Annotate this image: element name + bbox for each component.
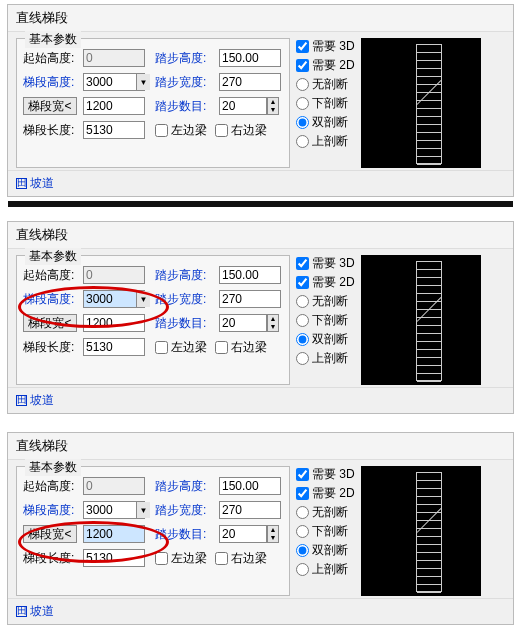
need-3d-checkbox[interactable]: 需要 3D: [296, 255, 355, 272]
left-beam-checkbox[interactable]: 左边梁: [155, 550, 207, 567]
ramp-expand-link[interactable]: 田坡道: [16, 393, 54, 407]
right-beam-checkbox[interactable]: 右边梁: [215, 339, 267, 356]
stair-preview: [361, 38, 481, 168]
need-3d-checkbox[interactable]: 需要 3D: [296, 466, 355, 483]
step-count-label: 踏步数目:: [155, 315, 215, 332]
seg-length-input[interactable]: [83, 121, 145, 139]
stair-preview: [361, 466, 481, 596]
left-beam-checkbox[interactable]: 左边梁: [155, 339, 207, 356]
view-options: 需要 3D需要 2D无剖断下剖断双剖断上剖断: [296, 466, 355, 596]
need-2d-checkbox[interactable]: 需要 2D: [296, 57, 355, 74]
step-count-input[interactable]: [219, 97, 267, 115]
cut-up-radio[interactable]: 上剖断: [296, 350, 355, 367]
view-options: 需要 3D需要 2D无剖断下剖断双剖断上剖断: [296, 255, 355, 385]
cut-none-radio[interactable]: 无剖断: [296, 504, 355, 521]
step-height-label: 踏步高度:: [155, 50, 215, 67]
group-legend: 基本参数: [25, 248, 81, 265]
seg-length-label: 梯段长度:: [23, 550, 79, 567]
start-height-label: 起始高度:: [23, 50, 79, 67]
stair-panel: 直线梯段基本参数起始高度:踏步高度:梯段高度:▼踏步宽度:梯段宽<踏步数目:▲▼…: [7, 221, 514, 414]
step-count-label: 踏步数目:: [155, 526, 215, 543]
step-width-label: 踏步宽度:: [155, 74, 215, 91]
cut-down-radio[interactable]: 下剖断: [296, 95, 355, 112]
seg-length-input[interactable]: [83, 338, 145, 356]
seg-width-input[interactable]: [83, 97, 145, 115]
right-beam-checkbox[interactable]: 右边梁: [215, 550, 267, 567]
step-width-label: 踏步宽度:: [155, 291, 215, 308]
spinner-updown-icon[interactable]: ▲▼: [267, 314, 279, 332]
seg-length-label: 梯段长度:: [23, 339, 79, 356]
expand-box-icon: 田: [16, 395, 27, 406]
stair-panel: 直线梯段基本参数起始高度:踏步高度:梯段高度:▼踏步宽度:梯段宽<踏步数目:▲▼…: [7, 4, 514, 197]
expand-box-icon: 田: [16, 178, 27, 189]
seg-height-combo[interactable]: [83, 501, 145, 519]
step-width-label: 踏步宽度:: [155, 502, 215, 519]
cut-up-radio[interactable]: 上剖断: [296, 133, 355, 150]
need-2d-checkbox[interactable]: 需要 2D: [296, 274, 355, 291]
seg-width-button[interactable]: 梯段宽<: [23, 97, 77, 115]
seg-width-button[interactable]: 梯段宽<: [23, 314, 77, 332]
stair-preview: [361, 255, 481, 385]
step-height-label: 踏步高度:: [155, 267, 215, 284]
start-height-input: [83, 49, 145, 67]
ramp-expand-link[interactable]: 田坡道: [16, 176, 54, 190]
seg-length-input[interactable]: [83, 549, 145, 567]
seg-height-combo[interactable]: [83, 73, 145, 91]
cut-none-radio[interactable]: 无剖断: [296, 293, 355, 310]
step-count-input[interactable]: [219, 314, 267, 332]
start-height-input: [83, 477, 145, 495]
cut-both-radio[interactable]: 双剖断: [296, 114, 355, 131]
need-3d-checkbox[interactable]: 需要 3D: [296, 38, 355, 55]
step-count-label: 踏步数目:: [155, 98, 215, 115]
ramp-expand-link[interactable]: 田坡道: [16, 604, 54, 618]
start-height-label: 起始高度:: [23, 267, 79, 284]
spinner-updown-icon[interactable]: ▲▼: [267, 97, 279, 115]
step-width-input[interactable]: [219, 290, 281, 308]
step-height-input[interactable]: [219, 266, 281, 284]
seg-width-button[interactable]: 梯段宽<: [23, 525, 77, 543]
seg-height-label: 梯段高度:: [23, 74, 79, 91]
seg-width-input[interactable]: [83, 525, 145, 543]
need-2d-checkbox[interactable]: 需要 2D: [296, 485, 355, 502]
group-legend: 基本参数: [25, 31, 81, 48]
step-count-input[interactable]: [219, 525, 267, 543]
basic-params-group: 基本参数起始高度:踏步高度:梯段高度:▼踏步宽度:梯段宽<踏步数目:▲▼梯段长度…: [16, 466, 290, 596]
step-height-input[interactable]: [219, 49, 281, 67]
spinner-updown-icon[interactable]: ▲▼: [267, 525, 279, 543]
cut-up-radio[interactable]: 上剖断: [296, 561, 355, 578]
cut-both-radio[interactable]: 双剖断: [296, 542, 355, 559]
cut-down-radio[interactable]: 下剖断: [296, 523, 355, 540]
expand-box-icon: 田: [16, 606, 27, 617]
basic-params-group: 基本参数起始高度:踏步高度:梯段高度:▼踏步宽度:梯段宽<踏步数目:▲▼梯段长度…: [16, 38, 290, 168]
panel-title: 直线梯段: [8, 5, 513, 32]
seg-length-label: 梯段长度:: [23, 122, 79, 139]
panel-title: 直线梯段: [8, 433, 513, 460]
right-beam-checkbox[interactable]: 右边梁: [215, 122, 267, 139]
seg-width-input[interactable]: [83, 314, 145, 332]
step-width-input[interactable]: [219, 501, 281, 519]
cut-none-radio[interactable]: 无剖断: [296, 76, 355, 93]
cut-down-radio[interactable]: 下剖断: [296, 312, 355, 329]
cut-both-radio[interactable]: 双剖断: [296, 331, 355, 348]
group-legend: 基本参数: [25, 459, 81, 476]
step-height-label: 踏步高度:: [155, 478, 215, 495]
left-beam-checkbox[interactable]: 左边梁: [155, 122, 207, 139]
seg-height-combo[interactable]: [83, 290, 145, 308]
step-height-input[interactable]: [219, 477, 281, 495]
stair-panel: 直线梯段基本参数起始高度:踏步高度:梯段高度:▼踏步宽度:梯段宽<踏步数目:▲▼…: [7, 432, 514, 625]
view-options: 需要 3D需要 2D无剖断下剖断双剖断上剖断: [296, 38, 355, 168]
start-height-label: 起始高度:: [23, 478, 79, 495]
step-width-input[interactable]: [219, 73, 281, 91]
start-height-input: [83, 266, 145, 284]
seg-height-label: 梯段高度:: [23, 502, 79, 519]
panel-title: 直线梯段: [8, 222, 513, 249]
basic-params-group: 基本参数起始高度:踏步高度:梯段高度:▼踏步宽度:梯段宽<踏步数目:▲▼梯段长度…: [16, 255, 290, 385]
seg-height-label: 梯段高度:: [23, 291, 79, 308]
